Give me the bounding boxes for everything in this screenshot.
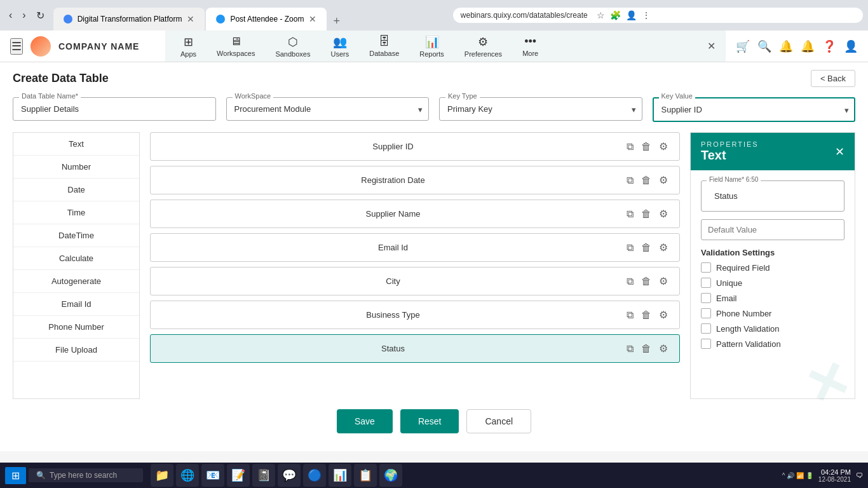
browser-tab-1[interactable]: Digital Transformation Platform ✕ <box>53 8 205 30</box>
type-btn-file[interactable]: File Upload <box>13 339 139 362</box>
delete-btn-supplier-id[interactable]: 🗑 <box>640 139 653 154</box>
taskbar-app-5[interactable]: 📓 <box>252 464 275 487</box>
delete-btn-supplier-name[interactable]: 🗑 <box>640 207 653 221</box>
taskbar-app-2[interactable]: 🌐 <box>176 464 199 487</box>
taskbar-app-4[interactable]: 📝 <box>227 464 250 487</box>
delete-btn-city[interactable]: 🗑 <box>640 274 653 288</box>
field-row-supplier-id[interactable]: Supplier ID ⧉ 🗑 ⚙ <box>150 132 680 161</box>
help-icon[interactable]: ❓ <box>822 39 836 53</box>
back-button[interactable]: < Back <box>811 70 855 87</box>
taskbar-app-7[interactable]: 🔵 <box>303 464 326 487</box>
start-button[interactable]: ⊞ <box>5 467 26 484</box>
save-button[interactable]: Save <box>337 409 393 433</box>
key-type-select[interactable]: Primary Key <box>439 97 642 121</box>
bookmark-icon[interactable]: ☆ <box>597 10 605 20</box>
properties-close-btn[interactable]: ✕ <box>835 145 844 159</box>
type-btn-phone[interactable]: Phone Number <box>13 316 139 339</box>
nav-more[interactable]: ••• More <box>512 30 548 62</box>
settings-btn-reg-date[interactable]: ⚙ <box>658 173 669 187</box>
copy-btn-supplier-name[interactable]: ⧉ <box>625 207 635 221</box>
hamburger-btn[interactable]: ☰ <box>10 38 23 55</box>
taskbar-app-10[interactable]: 🌍 <box>379 464 402 487</box>
email-label[interactable]: Email <box>716 294 737 303</box>
settings-btn-city[interactable]: ⚙ <box>658 274 669 288</box>
nav-sandboxes[interactable]: ⬡ Sandboxes <box>265 30 320 63</box>
type-btn-date[interactable]: Date <box>13 179 139 201</box>
delete-btn-status[interactable]: 🗑 <box>640 341 653 356</box>
workspace-select[interactable]: Procurement Module <box>226 97 430 121</box>
taskbar-app-1[interactable]: 📁 <box>151 464 173 487</box>
account-icon[interactable]: 👤 <box>626 10 637 20</box>
required-label[interactable]: Required Field <box>716 263 770 273</box>
settings-btn-supplier-name[interactable]: ⚙ <box>658 207 669 221</box>
length-checkbox[interactable] <box>701 323 711 334</box>
type-btn-number[interactable]: Number <box>13 156 139 179</box>
nav-preferences[interactable]: ⚙ Preferences <box>454 30 512 63</box>
data-table-name-input[interactable] <box>13 97 216 121</box>
type-btn-text[interactable]: Text <box>13 133 139 156</box>
phone-checkbox[interactable] <box>701 308 711 318</box>
cart-icon[interactable]: 🛒 <box>736 39 750 53</box>
notifications-icon[interactable]: 🗨 <box>856 471 863 479</box>
copy-btn-reg-date[interactable]: ⧉ <box>625 173 635 187</box>
menu-icon[interactable]: ⋮ <box>642 10 651 20</box>
copy-btn-business-type[interactable]: ⧉ <box>625 308 635 322</box>
reset-button[interactable]: Reset <box>400 409 459 433</box>
settings-btn-supplier-id[interactable]: ⚙ <box>658 139 669 154</box>
search-icon[interactable]: 🔍 <box>757 39 771 53</box>
field-row-email-id[interactable]: Email Id ⧉ 🗑 ⚙ <box>150 233 680 262</box>
taskbar-app-8[interactable]: 📊 <box>329 464 351 487</box>
email-checkbox[interactable] <box>701 293 711 303</box>
copy-btn-email-id[interactable]: ⧉ <box>625 240 635 255</box>
nav-users[interactable]: 👥 Users <box>320 30 359 63</box>
settings-btn-business-type[interactable]: ⚙ <box>658 308 669 322</box>
alert-icon[interactable]: 🔔 <box>801 39 815 53</box>
delete-btn-business-type[interactable]: 🗑 <box>640 308 653 322</box>
taskbar-search-btn[interactable]: 🔍 Type here to search <box>29 468 143 482</box>
field-name-input[interactable] <box>708 186 837 206</box>
reload-btn[interactable]: ↻ <box>32 8 48 23</box>
field-row-business-type[interactable]: Business Type ⧉ 🗑 ⚙ <box>150 301 680 329</box>
settings-btn-email-id[interactable]: ⚙ <box>658 240 669 255</box>
notification-icon[interactable]: 🔔 <box>779 39 793 53</box>
back-nav-btn[interactable]: ‹ <box>5 8 16 23</box>
extension-icon[interactable]: 🧩 <box>610 10 621 20</box>
delete-btn-reg-date[interactable]: 🗑 <box>640 173 653 187</box>
browser-tab-2[interactable]: Post Attendee - Zoom ✕ <box>206 8 327 30</box>
tab1-close[interactable]: ✕ <box>187 14 194 24</box>
cancel-button[interactable]: Cancel <box>466 409 531 433</box>
required-checkbox[interactable] <box>701 262 711 273</box>
pattern-checkbox[interactable] <box>701 339 711 349</box>
copy-btn-supplier-id[interactable]: ⧉ <box>625 139 635 154</box>
type-btn-autogenerate[interactable]: Autogenerate <box>13 270 139 293</box>
key-value-select[interactable]: Supplier ID <box>653 97 856 122</box>
nav-workspaces[interactable]: 🖥 Workspaces <box>207 30 265 62</box>
copy-btn-status[interactable]: ⧉ <box>625 341 635 356</box>
user-icon[interactable]: 👤 <box>844 39 858 53</box>
tab2-close[interactable]: ✕ <box>309 14 316 24</box>
new-tab-btn[interactable]: + <box>328 12 345 30</box>
settings-btn-status[interactable]: ⚙ <box>658 341 669 356</box>
type-btn-datetime[interactable]: DateTime <box>13 224 139 247</box>
nav-reports[interactable]: 📊 Reports <box>409 30 454 63</box>
unique-checkbox[interactable] <box>701 278 711 288</box>
nav-apps[interactable]: ⊞ Apps <box>170 30 207 63</box>
taskbar-app-9[interactable]: 📋 <box>354 464 377 487</box>
field-row-supplier-name[interactable]: Supplier Name ⧉ 🗑 ⚙ <box>150 200 680 228</box>
nav-close-btn[interactable]: ✕ <box>702 35 721 57</box>
field-row-city[interactable]: City ⧉ 🗑 ⚙ <box>150 267 680 295</box>
copy-btn-city[interactable]: ⧉ <box>625 274 635 288</box>
taskbar-app-6[interactable]: 💬 <box>278 464 301 487</box>
default-value-input[interactable] <box>701 219 844 240</box>
type-btn-time[interactable]: Time <box>13 201 139 224</box>
pattern-label[interactable]: Pattern Validation <box>716 339 781 349</box>
field-row-registration-date[interactable]: Registration Date ⧉ 🗑 ⚙ <box>150 166 680 194</box>
nav-database[interactable]: 🗄 Database <box>359 30 409 62</box>
forward-nav-btn[interactable]: › <box>18 8 29 23</box>
field-row-status[interactable]: Status ⧉ 🗑 ⚙ <box>150 334 680 363</box>
delete-btn-email-id[interactable]: 🗑 <box>640 240 653 255</box>
type-btn-emailid[interactable]: Email Id <box>13 293 139 316</box>
length-label[interactable]: Length Validation <box>716 324 780 334</box>
unique-label[interactable]: Unique <box>716 278 742 288</box>
type-btn-calculate[interactable]: Calculate <box>13 247 139 270</box>
